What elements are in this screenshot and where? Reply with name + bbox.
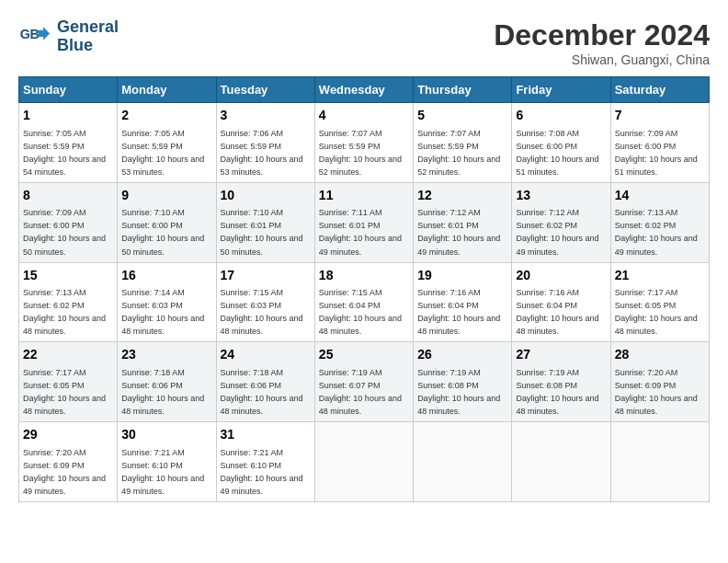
day-number: 24: [221, 346, 311, 364]
svg-text:B: B: [30, 27, 40, 41]
day-info: Sunrise: 7:16 AMSunset: 6:04 PMDaylight:…: [516, 288, 598, 336]
calendar-cell: 24 Sunrise: 7:18 AMSunset: 6:06 PMDaylig…: [216, 342, 314, 422]
day-info: Sunrise: 7:19 AMSunset: 6:08 PMDaylight:…: [417, 368, 500, 416]
week-row-2: 8 Sunrise: 7:09 AMSunset: 6:00 PMDayligh…: [19, 182, 710, 262]
day-info: Sunrise: 7:13 AMSunset: 6:02 PMDaylight:…: [615, 208, 698, 256]
calendar-cell: 16 Sunrise: 7:14 AMSunset: 6:03 PMDaylig…: [118, 262, 216, 342]
calendar-cell: 27 Sunrise: 7:19 AMSunset: 6:08 PMDaylig…: [512, 342, 610, 422]
logo: G B General Blue: [18, 18, 119, 55]
calendar-cell: 7 Sunrise: 7:09 AMSunset: 6:00 PMDayligh…: [610, 103, 709, 183]
day-info: Sunrise: 7:06 AMSunset: 5:59 PMDaylight:…: [221, 129, 303, 177]
day-number: 29: [23, 426, 113, 444]
calendar-cell: 3 Sunrise: 7:06 AMSunset: 5:59 PMDayligh…: [216, 103, 314, 183]
location-subtitle: Shiwan, Guangxi, China: [494, 52, 710, 67]
logo-icon: G B: [18, 20, 51, 53]
logo-line2: Blue: [57, 36, 93, 54]
day-number: 31: [221, 426, 311, 444]
day-info: Sunrise: 7:09 AMSunset: 6:00 PMDaylight:…: [23, 208, 106, 256]
day-info: Sunrise: 7:08 AMSunset: 6:00 PMDaylight:…: [516, 129, 598, 177]
week-row-3: 15 Sunrise: 7:13 AMSunset: 6:02 PMDaylig…: [19, 262, 710, 342]
calendar-cell: 20 Sunrise: 7:16 AMSunset: 6:04 PMDaylig…: [512, 262, 610, 342]
logo-line1: General: [57, 17, 119, 36]
page-header: G B General Blue December 2024 Shiwan, G…: [18, 18, 710, 67]
svg-text:G: G: [20, 27, 30, 41]
calendar-cell: 21 Sunrise: 7:17 AMSunset: 6:05 PMDaylig…: [610, 262, 709, 342]
day-info: Sunrise: 7:07 AMSunset: 5:59 PMDaylight:…: [319, 129, 402, 177]
calendar-cell: 23 Sunrise: 7:18 AMSunset: 6:06 PMDaylig…: [118, 342, 216, 422]
day-number: 25: [319, 346, 409, 364]
calendar-cell: 9 Sunrise: 7:10 AMSunset: 6:00 PMDayligh…: [118, 182, 216, 262]
day-number: 28: [615, 346, 705, 364]
day-number: 5: [417, 107, 507, 125]
day-info: Sunrise: 7:05 AMSunset: 5:59 PMDaylight:…: [121, 129, 204, 177]
day-number: 20: [516, 267, 606, 285]
day-number: 12: [417, 187, 507, 205]
day-info: Sunrise: 7:21 AMSunset: 6:10 PMDaylight:…: [121, 448, 204, 496]
day-number: 18: [319, 267, 409, 285]
day-number: 30: [121, 426, 211, 444]
day-info: Sunrise: 7:15 AMSunset: 6:03 PMDaylight:…: [221, 288, 303, 336]
day-number: 27: [516, 346, 606, 364]
day-info: Sunrise: 7:12 AMSunset: 6:02 PMDaylight:…: [516, 208, 598, 256]
day-number: 17: [221, 267, 311, 285]
day-number: 10: [221, 187, 311, 205]
day-number: 11: [319, 187, 409, 205]
day-info: Sunrise: 7:17 AMSunset: 6:05 PMDaylight:…: [23, 368, 106, 416]
calendar-cell: 15 Sunrise: 7:13 AMSunset: 6:02 PMDaylig…: [19, 262, 118, 342]
day-info: Sunrise: 7:12 AMSunset: 6:01 PMDaylight:…: [417, 208, 500, 256]
logo-text: General Blue: [57, 18, 119, 55]
day-header-wednesday: Wednesday: [314, 77, 413, 103]
day-info: Sunrise: 7:10 AMSunset: 6:00 PMDaylight:…: [121, 208, 204, 256]
day-header-thursday: Thursday: [414, 77, 512, 103]
day-number: 23: [121, 346, 211, 364]
day-info: Sunrise: 7:19 AMSunset: 6:08 PMDaylight:…: [516, 368, 598, 416]
calendar-cell: 14 Sunrise: 7:13 AMSunset: 6:02 PMDaylig…: [610, 182, 709, 262]
calendar-table: SundayMondayTuesdayWednesdayThursdayFrid…: [18, 76, 710, 502]
calendar-cell: 13 Sunrise: 7:12 AMSunset: 6:02 PMDaylig…: [512, 182, 610, 262]
week-row-5: 29 Sunrise: 7:20 AMSunset: 6:09 PMDaylig…: [19, 422, 710, 502]
day-number: 2: [121, 107, 211, 125]
calendar-cell: 10 Sunrise: 7:10 AMSunset: 6:01 PMDaylig…: [216, 182, 314, 262]
calendar-cell: 31 Sunrise: 7:21 AMSunset: 6:10 PMDaylig…: [216, 422, 314, 502]
day-number: 9: [121, 187, 211, 205]
calendar-cell: 1 Sunrise: 7:05 AMSunset: 5:59 PMDayligh…: [19, 103, 118, 183]
calendar-cell: 28 Sunrise: 7:20 AMSunset: 6:09 PMDaylig…: [610, 342, 709, 422]
day-number: 21: [615, 267, 705, 285]
day-number: 19: [417, 267, 507, 285]
day-number: 15: [23, 267, 113, 285]
calendar-cell: 8 Sunrise: 7:09 AMSunset: 6:00 PMDayligh…: [19, 182, 118, 262]
day-number: 14: [615, 187, 705, 205]
calendar-cell: 22 Sunrise: 7:17 AMSunset: 6:05 PMDaylig…: [19, 342, 118, 422]
day-header-saturday: Saturday: [610, 77, 709, 103]
calendar-cell: 29 Sunrise: 7:20 AMSunset: 6:09 PMDaylig…: [19, 422, 118, 502]
day-info: Sunrise: 7:14 AMSunset: 6:03 PMDaylight:…: [121, 288, 204, 336]
day-number: 26: [417, 346, 507, 364]
calendar-cell: 12 Sunrise: 7:12 AMSunset: 6:01 PMDaylig…: [414, 182, 512, 262]
calendar-cell: [414, 422, 512, 502]
day-info: Sunrise: 7:21 AMSunset: 6:10 PMDaylight:…: [221, 448, 303, 496]
calendar-cell: 4 Sunrise: 7:07 AMSunset: 5:59 PMDayligh…: [314, 103, 413, 183]
month-title: December 2024: [494, 18, 710, 52]
calendar-cell: [512, 422, 610, 502]
calendar-body: 1 Sunrise: 7:05 AMSunset: 5:59 PMDayligh…: [19, 103, 710, 502]
calendar-cell: 11 Sunrise: 7:11 AMSunset: 6:01 PMDaylig…: [314, 182, 413, 262]
day-info: Sunrise: 7:16 AMSunset: 6:04 PMDaylight:…: [417, 288, 500, 336]
title-block: December 2024 Shiwan, Guangxi, China: [494, 18, 710, 67]
calendar-cell: [610, 422, 709, 502]
day-number: 4: [319, 107, 409, 125]
day-info: Sunrise: 7:19 AMSunset: 6:07 PMDaylight:…: [319, 368, 402, 416]
calendar-cell: 25 Sunrise: 7:19 AMSunset: 6:07 PMDaylig…: [314, 342, 413, 422]
day-number: 13: [516, 187, 606, 205]
day-header-sunday: Sunday: [19, 77, 118, 103]
day-info: Sunrise: 7:11 AMSunset: 6:01 PMDaylight:…: [319, 208, 402, 256]
day-info: Sunrise: 7:18 AMSunset: 6:06 PMDaylight:…: [221, 368, 303, 416]
week-row-4: 22 Sunrise: 7:17 AMSunset: 6:05 PMDaylig…: [19, 342, 710, 422]
svg-marker-2: [39, 27, 51, 40]
calendar-cell: 6 Sunrise: 7:08 AMSunset: 6:00 PMDayligh…: [512, 103, 610, 183]
day-info: Sunrise: 7:07 AMSunset: 5:59 PMDaylight:…: [417, 129, 500, 177]
day-header-tuesday: Tuesday: [216, 77, 314, 103]
day-info: Sunrise: 7:10 AMSunset: 6:01 PMDaylight:…: [221, 208, 303, 256]
calendar-cell: [314, 422, 413, 502]
calendar-header-row: SundayMondayTuesdayWednesdayThursdayFrid…: [19, 77, 710, 103]
day-header-monday: Monday: [118, 77, 216, 103]
